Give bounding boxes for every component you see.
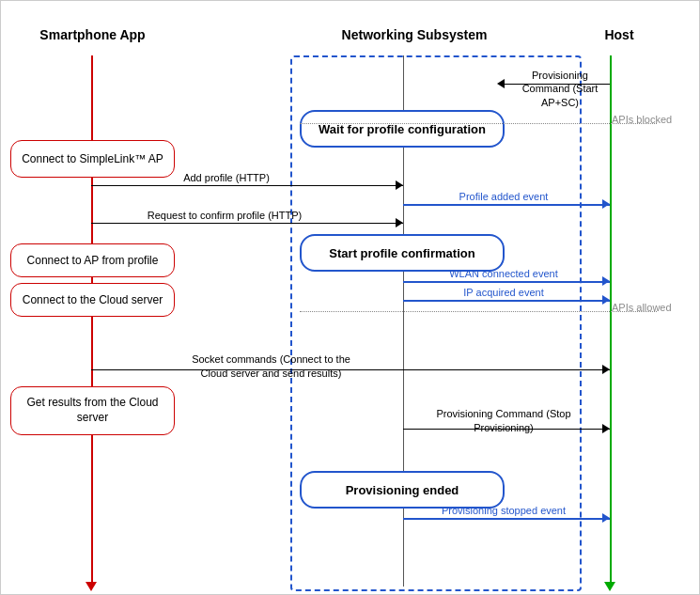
- socket-commands-label: Socket commands (Connect to the Cloud se…: [184, 352, 358, 382]
- host-lifeline-arrow: [604, 582, 615, 591]
- box-provisioning-ended: Provisioning ended: [300, 471, 505, 509]
- profile-added-label: Profile added event: [410, 191, 598, 202]
- diagram: Smartphone App Networking Subsystem Host…: [0, 0, 700, 595]
- provisioning-stopped-label: Provisioning stopped event: [410, 505, 598, 516]
- provisioning-stopped-arrowhead: [602, 513, 610, 523]
- box-wait-profile: Wait for profile configuration: [300, 110, 505, 148]
- add-profile-label: Add profile (HTTP): [132, 172, 320, 183]
- socket-commands-left-line: [91, 369, 358, 370]
- wlan-connected-label: WLAN connected event: [410, 268, 598, 279]
- profile-added-arrowhead: [602, 199, 610, 209]
- profile-added-arrow-line: [403, 204, 610, 206]
- box-connect-cloud: Connect to the Cloud server: [10, 283, 175, 317]
- ip-acquired-arrow-line: [403, 300, 610, 302]
- col-header-smartphone: Smartphone App: [10, 27, 175, 42]
- provisioning-stopped-arrow-line: [403, 518, 610, 520]
- smartphone-lifeline-arrow: [86, 582, 97, 591]
- host-lifeline: [610, 55, 612, 587]
- socket-commands-arrow-line: [358, 369, 610, 370]
- request-confirm-arrow-line: [91, 223, 403, 224]
- provisioning-cmd-label: Provisioning Command (Start AP+SC): [508, 69, 612, 109]
- apis-blocked-label: APIs blocked: [612, 114, 672, 125]
- box-start-profile: Start profile confirmation: [300, 234, 505, 272]
- socket-commands-arrowhead: [602, 365, 610, 374]
- add-profile-arrowhead: [396, 180, 403, 190]
- col-header-host: Host: [582, 27, 657, 42]
- col-header-networking: Networking Subsystem: [311, 27, 518, 42]
- box-get-results: Get results from the Cloud server: [10, 386, 175, 435]
- request-confirm-label: Request to confirm profile (HTTP): [93, 210, 356, 221]
- box-connect-ap: Connect to AP from profile: [10, 243, 175, 277]
- apis-allowed-line: [300, 311, 657, 312]
- apis-allowed-label: APIs allowed: [612, 302, 672, 313]
- wlan-connected-arrow-line: [403, 281, 610, 283]
- add-profile-arrow-line: [91, 185, 403, 186]
- request-confirm-arrowhead: [396, 218, 403, 227]
- provisioning-stop-label: Provisioning Command (Stop Provisioning): [410, 407, 598, 436]
- smartphone-lifeline: [91, 55, 93, 587]
- apis-blocked-line: [300, 123, 657, 124]
- ip-acquired-arrowhead: [602, 295, 610, 305]
- provisioning-cmd-arrowhead: [497, 79, 505, 88]
- provisioning-stop-arrowhead: [602, 424, 610, 433]
- ip-acquired-label: IP acquired event: [410, 287, 598, 298]
- wlan-connected-arrowhead: [602, 276, 610, 286]
